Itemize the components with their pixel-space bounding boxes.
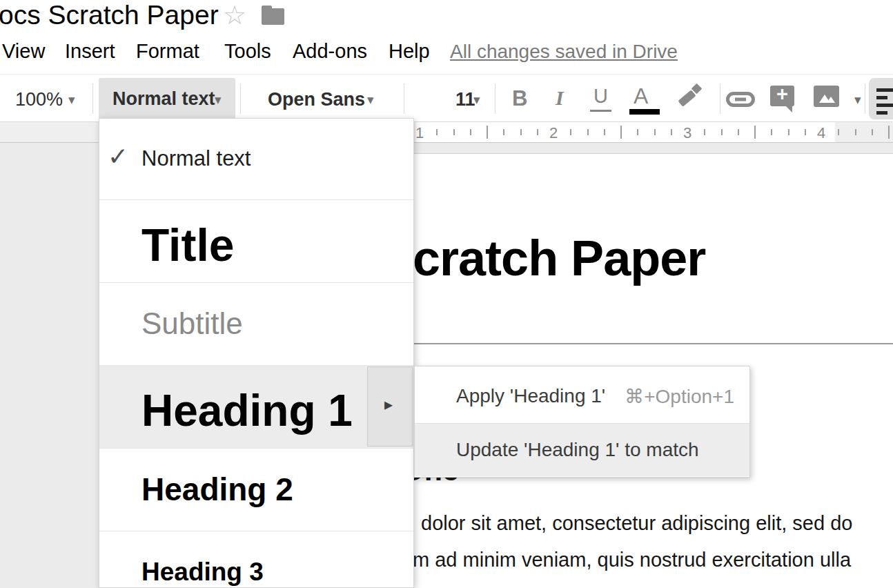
ruler-tick xyxy=(671,129,672,135)
style-option-subtitle[interactable]: Subtitle xyxy=(99,283,413,366)
style-option-normal-text[interactable]: ✓ Normal text xyxy=(99,119,413,200)
body-text-line: dolor sit amet, consectetur adipiscing e… xyxy=(421,511,852,535)
heading1-submenu: Apply 'Heading 1' ⌘+Option+1 Update 'Hea… xyxy=(414,366,750,478)
ruler-tick xyxy=(620,126,622,139)
heading1-expand-button[interactable]: ▸ xyxy=(367,366,413,447)
body-text-line: m ad minim veniam, quis nostrud exercita… xyxy=(413,548,851,571)
folder-icon-body xyxy=(262,8,284,25)
ruler-tick xyxy=(470,129,471,135)
style-dropdown-arrow-icon: ▾ xyxy=(215,92,222,108)
style-option-label: Subtitle xyxy=(141,306,243,341)
underline-icon[interactable]: U xyxy=(593,85,608,108)
ruler-tick xyxy=(805,129,806,135)
ruler-tick xyxy=(637,129,638,135)
ruler-tick xyxy=(888,126,890,139)
save-status-link[interactable]: All changes saved in Drive xyxy=(450,41,678,63)
titlebar: ocs Scratch Paper ☆ View Insert Format T… xyxy=(0,0,893,74)
toolbar-separator xyxy=(92,84,93,114)
paragraph-styles-menu: ✓ Normal text Title Subtitle Heading 1 ▸… xyxy=(99,118,414,588)
ruler-tick xyxy=(738,129,739,135)
ruler-tick xyxy=(587,129,589,135)
comment-plus-glyph: + xyxy=(770,84,794,104)
style-option-title[interactable]: Title xyxy=(99,200,413,283)
menu-view[interactable]: View xyxy=(2,40,45,63)
check-icon: ✓ xyxy=(108,142,128,171)
style-option-heading-1[interactable]: Heading 1 ▸ xyxy=(99,366,413,449)
doc-heading-title: cratch Paper xyxy=(413,230,705,286)
style-option-label: Normal text xyxy=(141,146,251,171)
ruler-tick xyxy=(503,129,504,135)
toolbar-separator xyxy=(865,84,865,114)
ruler-tick xyxy=(453,129,455,135)
zoom-dropdown-arrow-icon[interactable]: ▾ xyxy=(68,92,75,108)
paragraph-style-selector[interactable]: Normal text ▾ xyxy=(99,78,235,119)
ruler-tick xyxy=(788,129,789,135)
ruler-tick xyxy=(654,129,656,135)
text-color-swatch xyxy=(629,109,660,115)
menu-tools[interactable]: Tools xyxy=(224,40,271,63)
star-icon[interactable]: ☆ xyxy=(223,1,246,30)
ruler-tick xyxy=(754,126,756,139)
style-option-heading-3[interactable]: Heading 3 xyxy=(99,531,413,588)
align-icon-bar xyxy=(876,96,887,99)
comment-tail xyxy=(785,106,792,112)
toolbar-separator xyxy=(240,84,241,114)
update-heading1-item[interactable]: Update 'Heading 1' to match xyxy=(415,424,749,476)
style-option-heading-2[interactable]: Heading 2 xyxy=(99,449,413,531)
ruler-tick xyxy=(771,129,772,135)
google-docs-window: ocs Scratch Paper ☆ View Insert Format T… xyxy=(0,0,893,588)
text-color-icon[interactable]: A xyxy=(634,84,648,109)
menu-format[interactable]: Format xyxy=(136,40,199,63)
paint-format-icon[interactable] xyxy=(678,83,703,110)
ruler-tick xyxy=(855,129,856,135)
italic-icon[interactable]: I xyxy=(556,86,564,110)
ruler-number: 4 xyxy=(814,124,828,142)
align-left-button[interactable] xyxy=(869,78,893,119)
font-dropdown-arrow-icon[interactable]: ▾ xyxy=(367,92,374,108)
menubar: View Insert Format Tools Add-ons Help xyxy=(0,38,893,72)
style-option-label: Title xyxy=(141,219,234,271)
submenu-arrow-icon: ▸ xyxy=(384,395,393,414)
apply-heading1-label: Apply 'Heading 1' xyxy=(456,385,605,407)
bold-icon[interactable]: B xyxy=(512,86,527,111)
style-option-label: Heading 3 xyxy=(141,558,264,587)
font-size-select[interactable]: 11 xyxy=(455,89,475,110)
toolbar: 100% ▾ Normal text ▾ Open Sans ▾ 11 ▾ B … xyxy=(0,74,893,122)
font-size-dropdown-arrow-icon[interactable]: ▾ xyxy=(473,92,480,108)
ruler-tick xyxy=(872,129,873,135)
ruler-tick xyxy=(704,129,705,135)
menu-addons[interactable]: Add-ons xyxy=(293,40,367,63)
insert-image-icon[interactable] xyxy=(814,86,839,107)
image-mountain-shape-small xyxy=(827,97,835,103)
folder-icon[interactable] xyxy=(262,6,284,25)
body-text-line: boris nisi ut aliquip ex ea commodo cons… xyxy=(414,585,825,588)
align-icon-bar xyxy=(876,104,893,107)
ruler-tick xyxy=(604,129,605,135)
insert-comment-icon[interactable]: + xyxy=(770,86,794,106)
insert-link-icon[interactable] xyxy=(726,91,755,108)
toolbar-separator xyxy=(404,84,404,114)
ruler-number: 1 xyxy=(413,124,426,142)
ruler-number: 3 xyxy=(680,124,694,142)
ruler-tick xyxy=(487,126,488,139)
toolbar-separator xyxy=(495,84,495,114)
align-icon-bar xyxy=(876,88,893,92)
image-dropdown-arrow-icon[interactable]: ▾ xyxy=(854,92,861,108)
ruler-number: 2 xyxy=(547,124,560,142)
ruler-tick xyxy=(570,129,571,135)
align-icon-bar xyxy=(876,111,887,115)
paragraph-style-label: Normal text xyxy=(112,88,215,110)
ruler-tick xyxy=(520,129,522,135)
menu-insert[interactable]: Insert xyxy=(65,40,115,63)
underline-icon-bar xyxy=(590,110,611,112)
paint-format-icon-body xyxy=(678,90,696,106)
font-select[interactable]: Open Sans xyxy=(268,89,365,110)
ruler-tick xyxy=(537,129,538,135)
ruler-tick xyxy=(721,129,723,135)
ruler-tick xyxy=(838,129,839,135)
zoom-select[interactable]: 100% xyxy=(15,89,63,110)
style-option-label: Heading 1 xyxy=(141,385,353,436)
ruler-tick xyxy=(436,129,438,135)
document-name-field[interactable]: ocs Scratch Paper xyxy=(0,0,219,30)
menu-help[interactable]: Help xyxy=(389,40,430,63)
